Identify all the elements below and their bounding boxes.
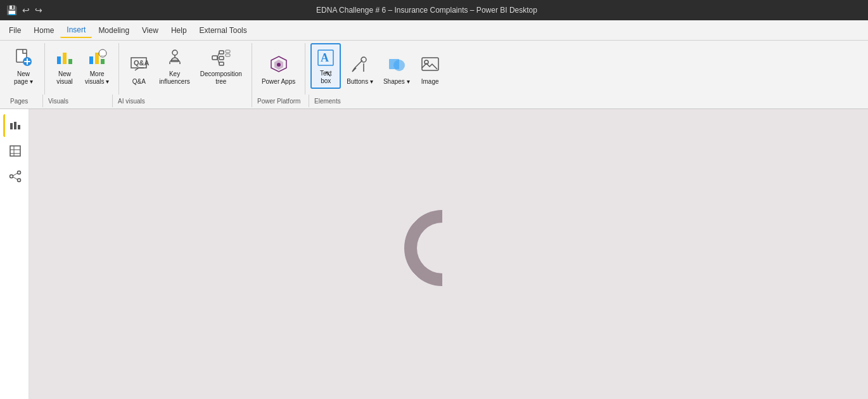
menu-item-file[interactable]: File <box>3 23 27 37</box>
new-visual-icon <box>54 46 75 69</box>
canvas-area[interactable] <box>29 109 868 399</box>
sidebar-report-button[interactable] <box>3 114 26 137</box>
ribbon-label-pages: Pages <box>5 95 43 107</box>
ribbon-label-visuals: Visuals <box>43 95 113 107</box>
svg-point-26 <box>361 57 366 62</box>
redo-icon[interactable]: ↪ <box>35 5 42 15</box>
new-page-button[interactable]: Newpage ▾ <box>8 43 39 89</box>
buttons-icon <box>350 51 370 77</box>
svg-rect-12 <box>212 56 217 60</box>
qa-icon: Q&A <box>129 51 149 77</box>
main-area <box>0 109 868 399</box>
shapes-button[interactable]: Shapes ▾ <box>379 43 414 89</box>
ribbon-labels: Pages Visuals AI visuals Power Platform … <box>3 95 868 107</box>
svg-text:...: ... <box>101 51 106 57</box>
ribbon-label-power-platform: Power Platform <box>252 95 309 107</box>
svg-rect-4 <box>68 59 72 64</box>
new-visual-button[interactable]: Newvisual <box>50 43 79 89</box>
ribbon-label-ai-visuals: AI visuals <box>113 95 252 107</box>
ribbon-group-elements: A Textbox ↖ Buttons ▾ <box>305 43 449 95</box>
key-influencers-button[interactable]: Keyinfluencers <box>155 43 194 89</box>
new-visual-label: Newvisual <box>56 70 73 86</box>
window-title: EDNA Challenge # 6 – Insurance Complaint… <box>42 6 811 15</box>
sidebar-model-button[interactable] <box>3 165 26 188</box>
svg-rect-6 <box>95 53 99 64</box>
menu-item-modeling[interactable]: Modeling <box>92 23 136 37</box>
svg-point-39 <box>10 175 13 178</box>
new-page-label: Newpage ▾ <box>14 70 33 86</box>
svg-rect-34 <box>18 125 20 129</box>
menu-item-external-tools[interactable]: External Tools <box>193 23 253 37</box>
ribbon-group-visuals: Newvisual ... Morevisuals ▾ <box>45 43 119 95</box>
decomposition-tree-label: Decompositiontree <box>200 70 242 86</box>
buttons-button[interactable]: Buttons ▾ <box>342 43 378 89</box>
svg-rect-14 <box>219 56 224 60</box>
text-box-button[interactable]: A Textbox ↖ <box>310 43 341 89</box>
svg-point-11 <box>172 50 177 55</box>
svg-rect-13 <box>219 51 224 54</box>
qa-label: Q&A <box>132 78 146 86</box>
image-label: Image <box>421 78 439 86</box>
svg-rect-3 <box>63 53 67 64</box>
svg-rect-29 <box>389 59 399 69</box>
svg-rect-32 <box>10 123 13 129</box>
title-bar: 💾 ↩ ↪ EDNA Challenge # 6 – Insurance Com… <box>0 0 868 20</box>
ribbon-group-pages: Newpage ▾ <box>3 43 45 95</box>
svg-point-23 <box>277 63 281 67</box>
decomposition-tree-icon <box>211 46 231 69</box>
menu-item-home[interactable]: Home <box>27 23 60 37</box>
menu-item-insert[interactable]: Insert <box>60 23 92 38</box>
key-influencers-label: Keyinfluencers <box>159 70 189 86</box>
svg-line-43 <box>13 177 18 180</box>
buttons-label: Buttons ▾ <box>347 78 373 86</box>
ribbon: Newpage ▾ Newvisual <box>0 41 868 109</box>
menu-item-view[interactable]: View <box>136 23 165 37</box>
loading-indicator <box>404 210 493 299</box>
key-influencers-icon <box>165 46 185 69</box>
svg-point-41 <box>18 179 21 182</box>
menu-item-help[interactable]: Help <box>165 23 193 37</box>
ribbon-label-elements: Elements <box>309 95 449 107</box>
shapes-icon <box>386 51 407 77</box>
title-bar-left: 💾 ↩ ↪ <box>6 5 42 15</box>
svg-text:A: A <box>321 51 329 64</box>
menu-bar: File Home Insert Modeling View Help Exte… <box>0 20 868 41</box>
sidebar-table-button[interactable] <box>3 140 26 162</box>
svg-rect-19 <box>226 50 230 53</box>
ribbon-group-ai-visuals: Q&A Q&A Keyinfluencers <box>119 43 252 95</box>
left-sidebar <box>0 109 29 399</box>
more-visuals-label: Morevisuals ▾ <box>85 70 109 86</box>
save-icon[interactable]: 💾 <box>6 5 17 15</box>
svg-point-40 <box>18 171 21 174</box>
new-page-icon <box>13 46 34 69</box>
ribbon-group-power-platform: Power Apps <box>252 43 305 95</box>
image-icon <box>420 51 440 77</box>
more-visuals-icon: ... <box>87 46 107 69</box>
power-apps-label: Power Apps <box>262 78 295 86</box>
power-apps-icon <box>269 51 289 77</box>
qa-button[interactable]: Q&A Q&A <box>124 43 153 89</box>
more-visuals-button[interactable]: ... Morevisuals ▾ <box>80 43 113 89</box>
undo-icon[interactable]: ↩ <box>22 5 30 15</box>
text-box-icon: A <box>316 47 336 69</box>
shapes-label: Shapes ▾ <box>383 78 410 86</box>
decomposition-tree-button[interactable]: Decompositiontree <box>196 43 246 89</box>
svg-rect-5 <box>89 56 93 64</box>
image-button[interactable]: Image <box>416 43 445 89</box>
svg-line-42 <box>13 173 18 176</box>
svg-text:Q&A: Q&A <box>134 59 149 67</box>
svg-rect-2 <box>57 56 61 64</box>
svg-rect-20 <box>226 54 230 56</box>
svg-rect-7 <box>101 59 105 64</box>
ribbon-groups: Newpage ▾ Newvisual <box>0 41 868 95</box>
svg-rect-35 <box>10 146 20 156</box>
power-apps-button[interactable]: Power Apps <box>257 43 300 89</box>
svg-rect-33 <box>14 122 16 129</box>
svg-rect-15 <box>219 62 224 65</box>
